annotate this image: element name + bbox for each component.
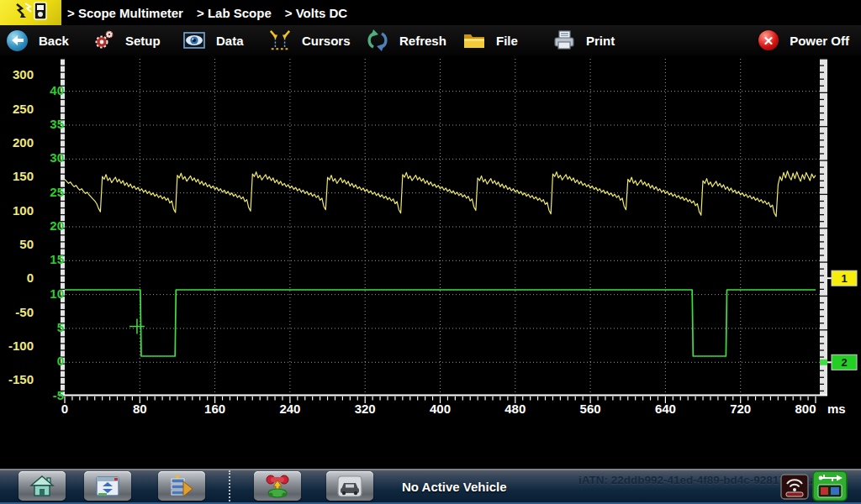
ch1-axis-label: 250 [13, 102, 34, 116]
home-button[interactable] [18, 471, 66, 501]
back-icon [7, 30, 28, 51]
ch1-axis-label: -100 [8, 339, 34, 353]
active-vehicle-status: No Active Vehicle [402, 469, 507, 504]
scope-control-bar: 00:05:691 x8 [0, 420, 861, 469]
ch1-axis-label: 200 [13, 135, 34, 150]
right-ruler[interactable] [820, 59, 827, 395]
scope-display[interactable]: 080160240320400480560640720800ms30025020… [0, 55, 861, 420]
printer-icon [553, 29, 575, 51]
power-off-label: Power Off [790, 34, 849, 48]
cursors-icon [269, 29, 291, 51]
ch1-axis-label: 50 [19, 237, 34, 251]
power-off-button[interactable]: ✕ Power Off [758, 25, 849, 55]
wireless-status-indicator [780, 472, 809, 501]
ch1-axis-label: 300 [13, 67, 34, 81]
ch2-axis-label: 35 [50, 117, 64, 131]
channel-2-trace [65, 290, 816, 356]
x-tick-label: 80 [133, 402, 147, 416]
cursors-button[interactable]: Cursors [269, 25, 351, 55]
channel-2-marker-label: 2 [841, 356, 847, 369]
breadcrumb-scope-multimeter[interactable]: > Scope Multimeter [67, 6, 183, 20]
print-label: Print [586, 34, 615, 48]
breadcrumb-volts-dc[interactable]: > Volts DC [285, 6, 347, 20]
cursors-label: Cursors [302, 34, 351, 48]
ch2-axis-label: -5 [53, 388, 64, 402]
multimeter-icon [12, 1, 50, 24]
data-label: Data [216, 34, 244, 48]
data-manager-button[interactable] [84, 471, 131, 501]
file-label: File [496, 34, 518, 48]
usb-icon [812, 470, 848, 501]
wifi-icon [780, 472, 809, 501]
x-axis-unit: ms [827, 402, 846, 416]
ch2-axis-label: 15 [50, 252, 64, 266]
refresh-label: Refresh [399, 34, 446, 48]
print-button[interactable]: Print [553, 25, 615, 55]
car-icon [337, 475, 362, 497]
ch2-axis-label: 5 [57, 320, 64, 334]
x-tick-label: 160 [204, 402, 225, 416]
ch1-axis-label: -150 [8, 372, 34, 386]
taskbar: No Active Vehicle iATN: 22ddb992-41ed-4f… [0, 469, 861, 504]
x-tick-label: 320 [355, 402, 376, 416]
ch2-axis-label: 10 [50, 286, 64, 301]
scanner-button[interactable] [254, 471, 301, 501]
power-off-icon: ✕ [758, 30, 779, 50]
menu-arrow-icon [169, 475, 194, 497]
folder-icon [463, 29, 485, 51]
ch2-axis-label: 30 [50, 150, 64, 165]
active-vehicle-status-text: No Active Vehicle [402, 480, 507, 494]
data-button[interactable]: Data [183, 25, 244, 55]
scope-multimeter-logo[interactable] [0, 0, 61, 25]
ch2-axis-label: 25 [50, 185, 64, 199]
vehicle-button[interactable] [326, 471, 373, 501]
x-tick-label: 240 [279, 402, 300, 416]
x-tick-label: 0 [61, 402, 68, 416]
breadcrumb-bar: > Scope Multimeter > Lab Scope > Volts D… [0, 0, 861, 25]
breadcrumb-lab-scope[interactable]: > Lab Scope [197, 6, 272, 20]
ch1-axis-label: 0 [27, 270, 34, 285]
x-tick-label: 640 [655, 402, 676, 416]
toolbar: Back Setup Data [0, 25, 861, 55]
refresh-icon [367, 29, 388, 51]
setup-label: Setup [125, 34, 161, 48]
ch1-axis-label: -50 [15, 305, 34, 319]
breadcrumb: > Scope Multimeter > Lab Scope > Volts D… [67, 0, 347, 25]
channel-1-marker-label: 1 [841, 272, 847, 285]
ch1-axis-label: 100 [13, 203, 34, 218]
file-button[interactable]: File [463, 25, 518, 55]
ch1-axis-label: 150 [13, 169, 34, 183]
ch2-axis-label: 20 [50, 218, 64, 233]
setup-button[interactable]: Setup [92, 25, 161, 55]
usb-connection-indicator [812, 470, 848, 501]
back-button[interactable]: Back [7, 25, 69, 55]
window-arrows-icon [95, 475, 120, 497]
x-tick-label: 560 [580, 402, 601, 416]
refresh-button[interactable]: Refresh [367, 25, 446, 55]
x-tick-label: 400 [430, 402, 451, 416]
x-tick-label: 720 [730, 402, 751, 416]
ch2-axis-label: 40 [50, 83, 64, 97]
x-tick-label: 800 [795, 402, 816, 416]
gear-icon [92, 29, 114, 51]
ch2-axis-label: 0 [57, 354, 64, 368]
scan-tool-icon [265, 475, 290, 498]
taskbar-separator [229, 470, 230, 501]
back-label: Back [39, 34, 69, 48]
scope-tools-button[interactable] [158, 471, 205, 501]
x-tick-label: 480 [504, 402, 526, 416]
scope-plot: 080160240320400480560640720800ms30025020… [0, 55, 861, 420]
eye-icon [183, 29, 205, 51]
home-icon [29, 475, 55, 497]
